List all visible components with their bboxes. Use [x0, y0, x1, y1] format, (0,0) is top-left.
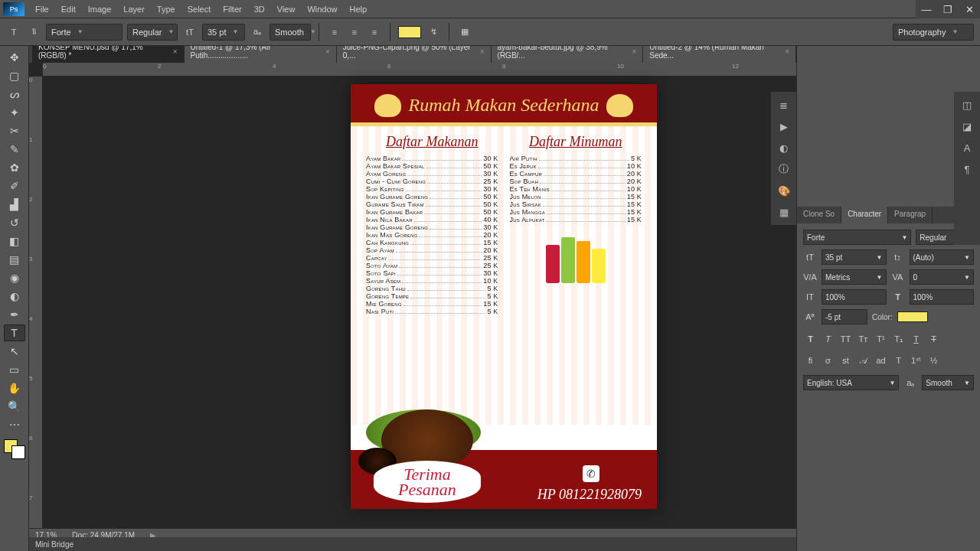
- menu-layer[interactable]: Layer: [117, 2, 151, 17]
- channels-icon[interactable]: ◪: [959, 119, 975, 133]
- tab-close-icon[interactable]: ×: [173, 47, 178, 56]
- superscript-button[interactable]: T¹: [874, 332, 888, 346]
- eyedropper-tool[interactable]: ✎: [4, 141, 25, 158]
- menu-select[interactable]: Select: [181, 2, 217, 17]
- workspace-select[interactable]: Photography▼: [893, 24, 974, 41]
- char-kerning-field[interactable]: Metrics▼: [822, 269, 887, 285]
- st-button[interactable]: st: [838, 354, 853, 367]
- half-button[interactable]: ½: [926, 354, 941, 367]
- char-leading-field[interactable]: (Auto)▼: [910, 249, 975, 265]
- brush-tool[interactable]: ✐: [4, 178, 25, 194]
- menu-help[interactable]: Help: [344, 2, 374, 17]
- font-weight-select[interactable]: Regular▼: [127, 24, 178, 41]
- char-font-select[interactable]: Forte▼: [803, 230, 911, 245]
- fraction-button[interactable]: 1ˢᵗ: [909, 354, 923, 367]
- menu-edit[interactable]: Edit: [55, 2, 82, 17]
- align-center-icon[interactable]: ≡: [347, 24, 362, 40]
- dodge-tool[interactable]: ◐: [4, 288, 25, 305]
- type-tool[interactable]: T: [4, 324, 25, 341]
- menu-window[interactable]: Window: [301, 2, 343, 17]
- char-color-swatch[interactable]: [897, 311, 928, 322]
- char-aa-select[interactable]: Smooth▼: [922, 375, 974, 390]
- allcaps-button[interactable]: TT: [838, 332, 853, 346]
- crop-tool[interactable]: ✂: [4, 122, 25, 139]
- font-family-select[interactable]: Forte▼: [46, 24, 122, 41]
- document-tab[interactable]: Untitled-1 @ 17,3% (Air Putih...........…: [185, 46, 337, 63]
- maximize-button[interactable]: ❐: [937, 0, 959, 18]
- panels-icon[interactable]: ▦: [457, 24, 472, 40]
- tab-close-icon[interactable]: ×: [785, 47, 789, 56]
- fi-button[interactable]: fi: [803, 354, 818, 367]
- warp-text-icon[interactable]: ↯: [426, 24, 441, 40]
- hand-tool[interactable]: ✋: [4, 380, 25, 396]
- underline-button[interactable]: T: [909, 332, 923, 346]
- text-color-swatch[interactable]: [398, 26, 421, 38]
- italic-button[interactable]: T: [821, 332, 835, 346]
- lasso-tool[interactable]: ᔕ: [4, 86, 25, 103]
- bold-button[interactable]: T: [803, 332, 818, 346]
- document-tab[interactable]: ayam-bakar-beutut.jpg @ 38,9% (RGB/...×: [492, 46, 644, 63]
- bottom-panel-tab[interactable]: Mini Bridge: [29, 537, 796, 551]
- more-tool[interactable]: ⋯: [4, 416, 25, 433]
- document-tab[interactable]: Juice-PNG-Clipart.png @ 50% (Layer 0,...…: [337, 46, 492, 63]
- strike-button[interactable]: T: [926, 332, 941, 346]
- path-tool[interactable]: ↖: [4, 343, 25, 360]
- panel-tab[interactable]: Character: [841, 207, 888, 223]
- panel-tab[interactable]: Clone So: [797, 207, 841, 223]
- sigma-button[interactable]: σ: [821, 354, 835, 367]
- titling-button[interactable]: ad: [874, 354, 888, 367]
- char-vscale-field[interactable]: 100%: [822, 289, 887, 305]
- swash-button[interactable]: 𝒜: [856, 354, 871, 367]
- gradient-tool[interactable]: ▤: [4, 251, 25, 268]
- adjust-icon[interactable]: ◐: [776, 141, 792, 155]
- menu-type[interactable]: Type: [151, 2, 181, 17]
- tab-close-icon[interactable]: ×: [325, 47, 330, 56]
- menu-view[interactable]: View: [271, 2, 302, 17]
- document-tab[interactable]: KONSEP MENU.psd @ 17,1% (RGB/8) *×: [32, 46, 185, 63]
- swatches-icon[interactable]: 🎨: [776, 184, 792, 197]
- menu-image[interactable]: Image: [82, 2, 118, 17]
- char-baseline-field[interactable]: -5 pt: [822, 309, 867, 324]
- document-canvas[interactable]: Rumah Makan Sederhana Daftar Makanan Aya…: [351, 84, 657, 509]
- panel-tab[interactable]: Paragrap: [888, 207, 933, 223]
- paths-icon[interactable]: A: [959, 141, 975, 155]
- align-right-icon[interactable]: ≡: [367, 24, 382, 40]
- actions-icon[interactable]: ▶: [776, 119, 792, 133]
- shape-tool[interactable]: ▭: [4, 361, 25, 378]
- align-left-icon[interactable]: ≡: [327, 24, 342, 40]
- char-lang-select[interactable]: English: USA▼: [803, 375, 899, 390]
- menu-3d[interactable]: 3D: [248, 2, 271, 17]
- subscript-button[interactable]: T₁: [891, 332, 906, 346]
- tab-close-icon[interactable]: ×: [632, 47, 636, 56]
- menu-filter[interactable]: Filter: [217, 2, 247, 17]
- char-tracking-field[interactable]: 0▼: [910, 269, 975, 285]
- document-tab[interactable]: Untitled-2 @ 14% (Rumah Makan Sede...×: [643, 46, 796, 63]
- char-hscale-field[interactable]: 100%: [910, 289, 975, 305]
- history-icon[interactable]: ≣: [776, 98, 792, 112]
- healing-tool[interactable]: ✿: [4, 159, 25, 176]
- history-brush-tool[interactable]: ↺: [4, 214, 25, 231]
- layers-icon[interactable]: ◫: [959, 98, 975, 112]
- zoom-tool[interactable]: 🔍: [4, 398, 25, 415]
- eraser-tool[interactable]: ◧: [4, 233, 25, 249]
- menu-file[interactable]: File: [29, 2, 55, 17]
- marquee-tool[interactable]: ▢: [4, 67, 25, 84]
- paragraph-icon[interactable]: ¶: [959, 162, 975, 176]
- styles-icon[interactable]: ▦: [776, 205, 792, 219]
- minimize-button[interactable]: —: [916, 0, 937, 18]
- antialias-select[interactable]: Smooth▼: [270, 24, 311, 41]
- stamp-tool[interactable]: ▟: [4, 196, 25, 213]
- ordinal-button[interactable]: T: [891, 354, 906, 367]
- pen-tool[interactable]: ✒: [4, 306, 25, 323]
- info-icon[interactable]: ⓘ: [776, 162, 792, 176]
- smallcaps-button[interactable]: Tт: [856, 332, 871, 346]
- move-tool[interactable]: ✥: [4, 49, 25, 66]
- tab-close-icon[interactable]: ×: [480, 47, 485, 56]
- wand-tool[interactable]: ✦: [4, 104, 25, 121]
- text-orientation-icon[interactable]: ⥮: [26, 24, 41, 40]
- background-color[interactable]: [11, 445, 25, 459]
- close-button[interactable]: ✕: [959, 0, 980, 18]
- char-size-field[interactable]: 35 pt▼: [822, 249, 887, 265]
- font-size-select[interactable]: 35 pt▼: [202, 24, 245, 41]
- blur-tool[interactable]: ◉: [4, 269, 25, 286]
